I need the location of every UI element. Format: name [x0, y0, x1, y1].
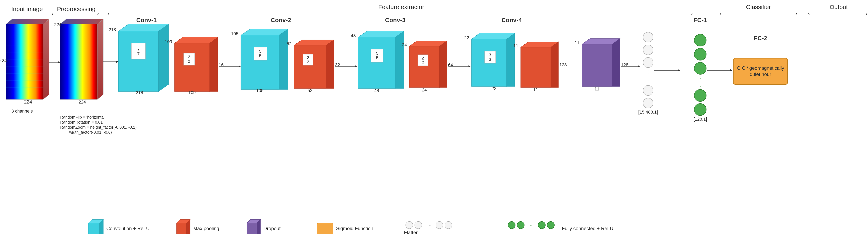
flatten-circle-3 [643, 57, 653, 67]
legend-dropout-label: Dropout [264, 226, 281, 231]
legend-flatten-c2 [415, 221, 422, 229]
conv4-label: Conv-4 [501, 17, 522, 23]
conv1-red-front [175, 43, 210, 91]
arrow-head-1 [58, 61, 60, 63]
conv4-kernel-left: 3 [489, 57, 491, 61]
conv4-red-right [551, 42, 558, 87]
flatten-dots: ⋮ [646, 69, 650, 74]
legend-fc-c4 [547, 221, 554, 229]
arrow-head-8 [731, 69, 732, 71]
conv3-blue-front [358, 37, 395, 88]
preprocessing-brace [52, 13, 98, 15]
feature-extractor-label: Feature extractor [378, 4, 424, 10]
conv2-blue-right [279, 29, 288, 89]
conv2-blue-dim-top: 105 [231, 31, 238, 36]
flatten-dim-label: [15,488,1] [638, 110, 658, 114]
conv1-red-dim-top: 109 [165, 39, 172, 44]
preprocess-params-4: width_factor(-0.01, -0.6) [69, 130, 112, 135]
conv3-red-dim-depth: 64 [448, 62, 453, 67]
conv4-blue-right [507, 33, 515, 86]
fc1-circle-1 [694, 34, 706, 46]
legend-pool-box [177, 223, 187, 234]
arrow-head-7 [678, 69, 680, 71]
preprocess-top [60, 19, 103, 24]
preprocess-dim-top: 224 [54, 22, 62, 27]
channels-label: 3 channels [11, 109, 33, 113]
flatten-dots-2: ⋮ [646, 78, 650, 83]
legend-pool-label: Max pooling [193, 226, 219, 231]
input-image-label: Input image [11, 6, 43, 12]
conv3-red-front [409, 46, 439, 87]
legend-fc-label: Fully connected + ReLU [562, 226, 613, 231]
conv1-pool-left: 2 [188, 59, 190, 63]
conv3-red-dim-top: 24 [402, 42, 407, 47]
preprocess-right [97, 19, 103, 100]
flatten-circle-5 [643, 98, 653, 108]
conv3-red-right [439, 41, 447, 87]
conv2-red-dim-depth: 32 [335, 62, 340, 67]
conv2-red-right [326, 40, 334, 88]
conv2-pool-left: 2 [307, 60, 309, 64]
sigmoid-box [733, 58, 787, 84]
fc1-dim-label: [128,1] [693, 116, 707, 121]
fc1-circle-5 [694, 104, 706, 115]
conv3-pool-top: 2 [422, 56, 424, 60]
fc1-dots: ⋮ [698, 76, 703, 81]
input-dim-left: 224 [0, 58, 7, 63]
conv3-blue-right [395, 31, 404, 88]
classifier-brace [720, 13, 797, 15]
dropout-right [612, 38, 620, 86]
classifier-label: Classifier [746, 4, 771, 10]
conv4-red-dim-depth: 128 [559, 62, 567, 67]
arrow-head-4 [355, 65, 357, 67]
diagram-container: Input image Preprocessing Feature extrac… [0, 0, 868, 244]
conv4-blue-dim-top: 22 [464, 35, 469, 40]
conv2-label: Conv-2 [271, 17, 291, 23]
conv3-blue-dim-top: 48 [351, 33, 356, 38]
conv2-red-front [294, 45, 326, 88]
conv1-blue-dim-top: 218 [108, 27, 116, 32]
conv3-pool-left: 2 [422, 60, 424, 65]
conv2-kernel-left: 5 [259, 53, 261, 58]
arrow-head-5 [468, 65, 470, 67]
dropout-dim-depth: 128 [621, 62, 628, 67]
conv1-kernel-left: 7 [137, 51, 140, 56]
conv4-red-dim-top: 11 [514, 43, 518, 48]
preprocess-params-3: RandomZoom = height_factor(-0.001, -0.1) [60, 125, 137, 130]
legend-fc-dots: ⋯ [530, 223, 534, 227]
dropout-dim-bottom: 11 [594, 86, 599, 91]
arrow-head-6 [638, 65, 640, 67]
input-image-right [43, 19, 49, 100]
conv2-red-dim-bottom: 52 [308, 88, 312, 93]
flatten-circle-2 [643, 45, 653, 55]
conv2-pool-top: 2 [307, 55, 309, 60]
fc1-label: FC-1 [694, 17, 707, 23]
conv1-label: Conv-1 [136, 17, 157, 23]
legend-flatten-c1 [406, 221, 413, 229]
legend-flatten-dots: ⋯ [427, 223, 431, 227]
conv1-blue-front [118, 31, 158, 91]
conv4-red-front [521, 47, 551, 87]
conv4-kernel-top: 3 [489, 53, 491, 57]
input-image-front [6, 24, 43, 100]
fc1-circle-2 [694, 48, 706, 60]
fc1-circle-3 [694, 62, 706, 74]
output-brace [809, 13, 867, 15]
main-svg: Input image Preprocessing Feature extrac… [0, 0, 868, 244]
legend-dropout-box [247, 223, 257, 234]
legend-conv-box [88, 223, 99, 234]
legend-fc-c3 [538, 221, 545, 229]
legend-fc-c1 [508, 221, 515, 229]
conv4-blue-dim-bottom: 22 [492, 86, 496, 91]
feature-extractor-brace [108, 13, 692, 15]
legend-conv-label: Convolution + ReLU [106, 226, 150, 231]
conv2-red-dim-top: 52 [287, 41, 291, 46]
legend-fc-c2 [517, 221, 524, 229]
fc1-dots-2: ⋮ [698, 84, 703, 89]
dropout-dim-top: 11 [575, 40, 580, 45]
legend-flatten-c4 [445, 221, 452, 229]
legend-sigmoid-label: Sigmoid Function [336, 226, 373, 231]
conv3-label: Conv-3 [385, 17, 405, 23]
conv3-blue-dim-bottom: 48 [374, 88, 379, 93]
dropout-front [582, 44, 612, 86]
